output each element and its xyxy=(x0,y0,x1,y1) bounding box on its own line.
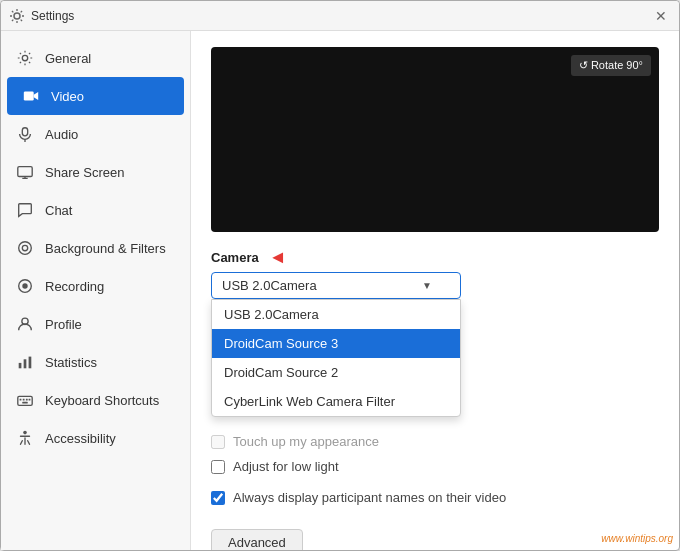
options-section: Touch up my appearance Adjust for low li… xyxy=(211,434,659,550)
sidebar-label-audio: Audio xyxy=(45,127,78,142)
content-area: ↑ ↺ Rotate 90° Camera ◄ USB 2.0Camera ▼ xyxy=(191,31,679,550)
dropdown-item-cyberlink[interactable]: CyberLink Web Camera Filter xyxy=(212,387,460,416)
accessibility-icon xyxy=(15,428,35,448)
sidebar-label-background-filters: Background & Filters xyxy=(45,241,166,256)
sidebar: General Video Audio Share Screen xyxy=(1,31,191,550)
touch-up-row: Touch up my appearance xyxy=(211,434,659,449)
sidebar-label-statistics: Statistics xyxy=(45,355,97,370)
svg-rect-15 xyxy=(20,399,22,401)
chevron-down-icon: ▼ xyxy=(422,280,432,291)
keyboard-shortcuts-icon xyxy=(15,390,35,410)
sidebar-item-video[interactable]: Video xyxy=(7,77,184,115)
camera-label: Camera ◄ xyxy=(211,248,659,266)
selected-camera-text: USB 2.0Camera xyxy=(222,278,317,293)
rotate-button[interactable]: ↺ Rotate 90° xyxy=(571,55,651,76)
general-icon xyxy=(15,48,35,68)
touch-up-checkbox[interactable] xyxy=(211,435,225,449)
settings-window-icon xyxy=(9,8,25,24)
camera-select-wrapper: USB 2.0Camera ▼ USB 2.0Camera DroidCam S… xyxy=(211,272,461,299)
advanced-button[interactable]: Advanced xyxy=(211,529,303,550)
svg-rect-19 xyxy=(22,402,27,404)
camera-section: Camera ◄ USB 2.0Camera ▼ USB 2.0Camera D… xyxy=(211,248,659,299)
always-display-checkbox[interactable] xyxy=(211,491,225,505)
svg-rect-3 xyxy=(22,128,27,136)
svg-rect-16 xyxy=(23,399,25,401)
dropdown-item-droidcam2[interactable]: DroidCam Source 2 xyxy=(212,358,460,387)
always-display-row: Always display participant names on thei… xyxy=(211,490,659,505)
svg-rect-18 xyxy=(29,399,31,401)
svg-rect-11 xyxy=(19,363,22,368)
adjust-low-light-checkbox[interactable] xyxy=(211,460,225,474)
svg-point-1 xyxy=(22,55,27,60)
settings-window: Settings ✕ General Video xyxy=(0,0,680,551)
sidebar-label-recording: Recording xyxy=(45,279,104,294)
profile-icon xyxy=(15,314,35,334)
statistics-icon xyxy=(15,352,35,372)
svg-point-7 xyxy=(22,245,27,250)
sidebar-item-background-filters[interactable]: Background & Filters xyxy=(1,229,190,267)
audio-icon xyxy=(15,124,35,144)
chat-icon xyxy=(15,200,35,220)
svg-point-6 xyxy=(19,242,32,255)
sidebar-item-general[interactable]: General xyxy=(1,39,190,77)
svg-rect-14 xyxy=(18,396,32,405)
sidebar-label-keyboard-shortcuts: Keyboard Shortcuts xyxy=(45,393,159,408)
background-filters-icon xyxy=(15,238,35,258)
svg-point-9 xyxy=(22,283,27,288)
svg-rect-2 xyxy=(24,92,34,101)
svg-rect-13 xyxy=(29,357,32,369)
sidebar-label-profile: Profile xyxy=(45,317,82,332)
recording-icon xyxy=(15,276,35,296)
svg-rect-17 xyxy=(26,399,28,401)
svg-point-20 xyxy=(23,431,27,435)
sidebar-label-video: Video xyxy=(51,89,84,104)
sidebar-label-general: General xyxy=(45,51,91,66)
camera-arrow-annotation: ◄ xyxy=(269,248,287,266)
adjust-low-light-row: Adjust for low light xyxy=(211,459,659,474)
touch-up-label: Touch up my appearance xyxy=(233,434,379,449)
watermark: www.wintips.org xyxy=(601,533,673,544)
close-button[interactable]: ✕ xyxy=(651,7,671,25)
always-display-label: Always display participant names on thei… xyxy=(233,490,506,505)
sidebar-label-share-screen: Share Screen xyxy=(45,165,125,180)
sidebar-item-chat[interactable]: Chat xyxy=(1,191,190,229)
sidebar-item-statistics[interactable]: Statistics xyxy=(1,343,190,381)
camera-select-display[interactable]: USB 2.0Camera ▼ xyxy=(211,272,461,299)
sidebar-item-recording[interactable]: Recording xyxy=(1,267,190,305)
svg-rect-5 xyxy=(18,167,32,177)
dropdown-item-usb2[interactable]: USB 2.0Camera xyxy=(212,300,460,329)
svg-point-0 xyxy=(14,13,20,19)
video-preview: ↺ Rotate 90° xyxy=(211,47,659,232)
sidebar-item-keyboard-shortcuts[interactable]: Keyboard Shortcuts xyxy=(1,381,190,419)
title-bar-left: Settings xyxy=(9,8,74,24)
sidebar-item-accessibility[interactable]: Accessibility xyxy=(1,419,190,457)
sidebar-item-audio[interactable]: Audio xyxy=(1,115,190,153)
sidebar-label-accessibility: Accessibility xyxy=(45,431,116,446)
window-title: Settings xyxy=(31,9,74,23)
sidebar-label-chat: Chat xyxy=(45,203,72,218)
svg-rect-12 xyxy=(24,359,27,368)
video-icon xyxy=(21,86,41,106)
sidebar-item-profile[interactable]: Profile xyxy=(1,305,190,343)
main-content: General Video Audio Share Screen xyxy=(1,31,679,550)
sidebar-item-share-screen[interactable]: Share Screen xyxy=(1,153,190,191)
dropdown-item-droidcam3[interactable]: DroidCam Source 3 xyxy=(212,329,460,358)
title-bar: Settings ✕ xyxy=(1,1,679,31)
share-screen-icon xyxy=(15,162,35,182)
camera-dropdown-menu: USB 2.0Camera DroidCam Source 3 DroidCam… xyxy=(211,299,461,417)
adjust-low-light-label: Adjust for low light xyxy=(233,459,339,474)
